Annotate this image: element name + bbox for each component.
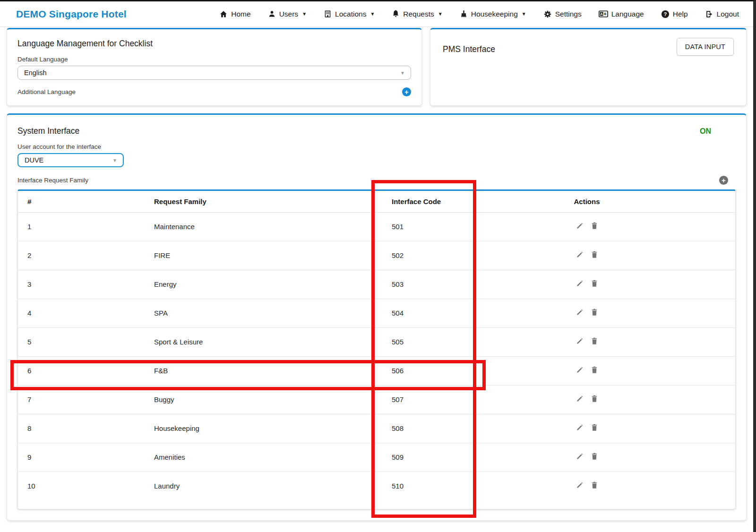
column-header-request-family: Request Family xyxy=(146,191,375,212)
column-header-interface-code: Interface Code xyxy=(375,191,476,212)
delete-trash-icon[interactable] xyxy=(591,395,598,403)
add-language-button[interactable]: + xyxy=(402,87,411,96)
chevron-down-icon: ▼ xyxy=(522,12,526,17)
interface-code-cell: 505 xyxy=(375,327,476,356)
row-actions xyxy=(576,337,598,345)
building-icon xyxy=(324,10,332,18)
brand-logo[interactable]: DEMO Singapore Hotel xyxy=(16,9,127,20)
svg-text:?: ? xyxy=(663,11,667,17)
delete-trash-icon[interactable] xyxy=(591,366,598,374)
interface-code-cell: 502 xyxy=(375,241,476,270)
delete-trash-icon[interactable] xyxy=(591,309,598,316)
user-icon xyxy=(268,10,276,18)
nav-item-users[interactable]: Users ▼ xyxy=(268,10,307,18)
row-actions xyxy=(576,395,598,403)
logout-icon xyxy=(705,10,713,18)
additional-language-label: Additional Language xyxy=(17,88,76,95)
nav-item-settings[interactable]: Settings xyxy=(543,10,582,18)
table-row: 9 Amenities 509 xyxy=(18,443,735,472)
request-family-cell: Buggy xyxy=(146,385,375,414)
row-number-cell: 3 xyxy=(18,270,146,299)
chevron-down-icon: ▼ xyxy=(112,158,117,163)
interface-request-family-label: Interface Request Family xyxy=(17,177,88,184)
delete-trash-icon[interactable] xyxy=(591,222,598,230)
svg-text:A: A xyxy=(601,12,603,16)
delete-trash-icon[interactable] xyxy=(591,337,598,345)
system-interface-card: System Interface ON User account for the… xyxy=(7,113,747,521)
bell-icon xyxy=(392,10,400,18)
nav-item-label: Language xyxy=(611,10,644,18)
table-row: 10 Laundry 510 xyxy=(18,472,735,500)
edit-pencil-icon[interactable] xyxy=(576,424,584,431)
request-family-cell: F&B xyxy=(146,356,375,385)
system-interface-title: System Interface xyxy=(17,126,79,136)
nav-item-requests[interactable]: Requests ▼ xyxy=(392,10,442,18)
nav-item-locations[interactable]: Locations ▼ xyxy=(324,10,375,18)
table-row: 1 Maintenance 501 xyxy=(18,212,735,241)
delete-trash-icon[interactable] xyxy=(591,481,598,489)
nav-item-home[interactable]: Home xyxy=(219,10,250,18)
row-actions xyxy=(576,366,598,374)
row-actions xyxy=(576,222,598,230)
request-family-table-body: 1 Maintenance 501 2 FIRE 502 xyxy=(18,212,735,500)
page-content: Language Management for Checklist Defaul… xyxy=(0,27,753,521)
interface-code-cell: 509 xyxy=(375,443,476,472)
row-number-cell: 2 xyxy=(18,241,146,270)
edit-pencil-icon[interactable] xyxy=(576,280,584,287)
pms-interface-card: PMS Interface DATA INPUT xyxy=(430,28,747,106)
language-management-card: Language Management for Checklist Defaul… xyxy=(7,28,422,106)
column-header-actions: Actions xyxy=(476,191,735,212)
edit-pencil-icon[interactable] xyxy=(576,309,584,316)
add-request-family-button[interactable]: + xyxy=(719,176,728,185)
nav-item-language[interactable]: A B Language xyxy=(599,10,644,18)
nav-item-housekeeping[interactable]: Housekeeping ▼ xyxy=(460,10,526,18)
delete-trash-icon[interactable] xyxy=(591,424,598,431)
chevron-down-icon: ▼ xyxy=(302,12,307,17)
request-family-cell: Amenities xyxy=(146,443,375,472)
nav-item-label: Home xyxy=(231,10,250,18)
interface-code-cell: 501 xyxy=(375,212,476,241)
interface-code-cell: 508 xyxy=(375,414,476,443)
edit-pencil-icon[interactable] xyxy=(576,222,584,230)
edit-pencil-icon[interactable] xyxy=(576,366,584,374)
delete-trash-icon[interactable] xyxy=(591,251,598,258)
nav-item-label: Requests xyxy=(403,10,434,18)
interface-code-cell: 504 xyxy=(375,299,476,327)
edit-pencil-icon[interactable] xyxy=(576,481,584,489)
edit-pencil-icon[interactable] xyxy=(576,251,584,258)
delete-trash-icon[interactable] xyxy=(591,453,598,460)
request-family-cell: Energy xyxy=(146,270,375,299)
data-input-button[interactable]: DATA INPUT xyxy=(677,38,734,56)
chevron-down-icon: ▼ xyxy=(370,12,375,17)
row-actions xyxy=(576,424,598,431)
table-row: 2 FIRE 502 xyxy=(18,241,735,270)
table-row: 3 Energy 503 xyxy=(18,270,735,299)
nav-item-label: Help xyxy=(673,10,688,18)
table-row: 7 Buggy 507 xyxy=(18,385,735,414)
interface-code-cell: 503 xyxy=(375,270,476,299)
nav-menu: Home Users ▼ Locations ▼ xyxy=(219,10,739,18)
row-number-cell: 6 xyxy=(18,356,146,385)
edit-pencil-icon[interactable] xyxy=(576,395,584,403)
table-row: 4 SPA 504 xyxy=(18,299,735,327)
interface-code-cell: 507 xyxy=(375,385,476,414)
nav-item-help[interactable]: ? Help xyxy=(661,10,688,18)
request-family-cell: Housekeeping xyxy=(146,414,375,443)
interface-code-cell: 506 xyxy=(375,356,476,385)
language-card-title: Language Management for Checklist xyxy=(17,39,411,49)
edit-pencil-icon[interactable] xyxy=(576,337,584,345)
request-family-cell: FIRE xyxy=(146,241,375,270)
edit-pencil-icon[interactable] xyxy=(576,453,584,460)
nav-item-label: Users xyxy=(279,10,298,18)
broom-icon xyxy=(460,10,468,18)
row-number-cell: 10 xyxy=(18,472,146,500)
row-number-cell: 5 xyxy=(18,327,146,356)
delete-trash-icon[interactable] xyxy=(591,280,598,287)
nav-item-logout[interactable]: Logout xyxy=(705,10,739,18)
user-account-select[interactable]: DUVE ▼ xyxy=(17,153,124,167)
default-language-select[interactable]: English ▼ xyxy=(17,66,411,80)
row-actions xyxy=(576,309,598,316)
gear-icon xyxy=(543,10,552,18)
row-number-cell: 1 xyxy=(18,212,146,241)
table-header-row: # Request Family Interface Code Actions xyxy=(18,191,735,212)
